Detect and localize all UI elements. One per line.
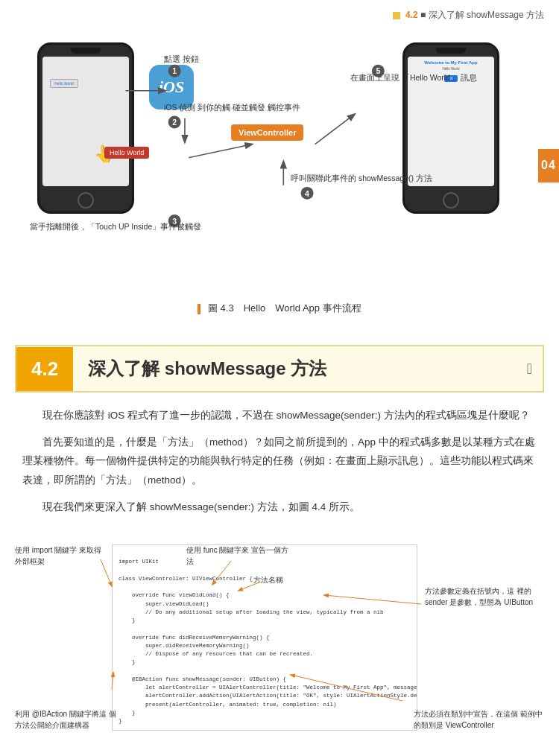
hello-world-button: Hello World [50,79,78,88]
ann-import: 使用 import 關鍵字 來取得外部框架 [15,544,104,567]
phone-notch-left [71,48,101,54]
ann-class: 方法必須在類別中宣告，在這個 範例中的類別是 ViewController [414,708,544,731]
paragraph-1: 現在你應該對 iOS 程式有了進一步的認識，不過在 showMessage(se… [0,406,559,425]
annotation-5: 在畫面上呈現 「Hello World」 訊息 [350,72,477,84]
right-screen-body: Hello World [411,67,491,71]
svg-text:4: 4 [305,189,309,198]
annotation-3: 當手指離開後，「Touch UP Inside」事件被觸發 [30,221,201,233]
paragraph-3: 現在我們來更深入了解 showMessage(sender:) 方法，如圖 4.… [0,498,559,517]
svg-line-3 [315,114,355,144]
svg-point-7 [168,116,181,129]
annotation-4: 呼叫關聯此事件的 showMessage() 方法 [291,173,432,185]
annotation-2: iOS 偵測 到你的觸 碰並觸發 觸控事件 [164,102,300,114]
figure-caption-4-3: 圖 4.3 Hello World App 事件流程 [0,296,559,330]
diagram-section: Hello World 👆 iOS Hello World ViewContro… [0,28,559,296]
ann-func: 使用 func 關鍵字來 宣告一個方法 [186,544,291,567]
svg-line-2 [189,144,252,158]
paragraph-2: 首先要知道的是，什麼是「方法」（method）？如同之前所提到的，App 中的程… [0,433,559,490]
phone-notch-right [436,48,466,54]
phone-home-right [443,192,459,209]
section-heading: 4.2 深入了解 showMessage 方法  [15,345,544,393]
right-screen-title: Welcome to My First App [411,60,491,65]
hello-world-bubble: Hello World [104,147,149,159]
viewcontroller-badge: ViewController [231,124,303,141]
code-block: import UIKit class ViewController: UIVie… [112,544,417,731]
phone-right: Welcome to My First App Hello World OK [402,42,499,214]
header-text: 4.2 ■ 深入了解 showMessage 方法 [393,9,544,22]
phone-home-left [78,192,94,209]
caption-bar [198,304,200,314]
section-title: 深入了解 showMessage 方法 [73,346,527,391]
annotation-1: 點選 按鈕 [164,54,199,66]
section-num-box: 4.2 [16,347,73,391]
svg-point-11 [301,187,314,200]
phone-screen-left: Hello World 👆 [42,57,129,186]
svg-text:2: 2 [172,118,177,127]
code-diagram-container: 使用 import 關鍵字 來取得外部框架 使用 func 關鍵字來 宣告一個方… [15,544,544,731]
apple-icon:  [527,360,543,378]
phone-body-left: Hello World 👆 [37,42,134,214]
ann-ibaction: 利用 @IBAction 關鍵字將這 個方法公開給介面建構器 [15,708,119,731]
phone-left: Hello World 👆 [37,42,134,214]
ann-param: 方法參數定義在括號內，這 裡的 sender 是參數，型態為 UIButton [425,585,544,608]
phone-body-right: Welcome to My First App Hello World OK [402,42,499,214]
page-header: 4.2 ■ 深入了解 showMessage 方法 [0,0,559,28]
ann-method-name: 方法名稱 [253,574,283,585]
